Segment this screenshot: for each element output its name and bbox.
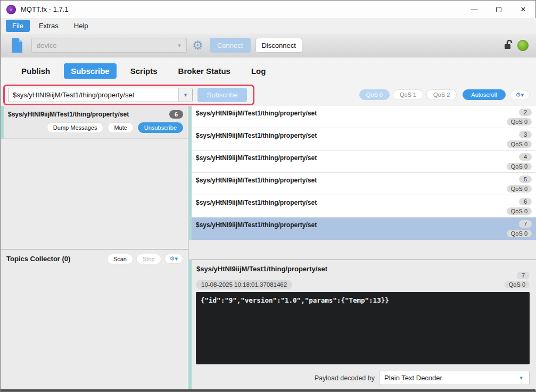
subscription-card[interactable]: $sys/yHtNI9iijM/Test1/thing/property/set…: [1, 106, 188, 139]
unlock-icon: [502, 39, 514, 51]
message-detail-panel: $sys/yHtNI9iijM/Test1/thing/property/set…: [189, 260, 536, 390]
collector-settings-button[interactable]: ⚙▾: [164, 254, 183, 264]
chevron-down-icon: ▾: [172, 42, 186, 49]
detail-timestamp: 10-08-2025 10:18:01.37081462: [196, 280, 292, 289]
disconnect-button[interactable]: Disconnect: [255, 38, 302, 53]
content-area: $sys/yHtNI9iijM/Test1/thing/property/set…: [1, 106, 536, 390]
connection-profile-select[interactable]: device ▾: [31, 38, 187, 53]
decoder-select[interactable]: Plain Text Decoder ▾: [379, 371, 530, 385]
topic-input-value: $sys/yHtNI9iijM/Test1/thing/property/set: [9, 88, 178, 102]
tabbar: Publish Subscribe Scripts Broker Status …: [1, 57, 536, 85]
unsubscribe-button[interactable]: Unsubscribe: [138, 122, 183, 133]
qos0-button[interactable]: QoS 0: [359, 89, 390, 100]
message-topic: $sys/yHtNI9iijM/Test1/thing/property/set: [196, 199, 317, 206]
message-count-badge: 6: [169, 110, 183, 119]
detail-qos-badge: QoS 0: [505, 281, 530, 288]
message-row[interactable]: $sys/yHtNI9iijM/Test1/thing/property/set…: [192, 195, 536, 218]
topic-dropdown-icon[interactable]: ▾: [178, 88, 192, 102]
chevron-down-icon: ▾: [521, 91, 524, 98]
app-window: MQTT.fx - 1.7.1 — ✕ File Extras Help dev…: [0, 0, 536, 392]
topic-input[interactable]: $sys/yHtNI9iijM/Test1/thing/property/set…: [8, 88, 193, 102]
message-id-badge: 4: [519, 153, 532, 161]
close-button[interactable]: ✕: [511, 1, 535, 18]
message-row[interactable]: $sys/yHtNI9iijM/Test1/thing/property/set…: [192, 218, 536, 240]
maximize-icon: [496, 7, 501, 12]
subscriptions-panel: $sys/yHtNI9iijM/Test1/thing/property/set…: [1, 106, 188, 390]
message-topic: $sys/yHtNI9iijM/Test1/thing/property/set: [196, 221, 317, 229]
chevron-down-icon: ▾: [175, 255, 178, 262]
subscription-topic: $sys/yHtNI9iijM/Test1/thing/property/set: [8, 111, 169, 118]
scan-button[interactable]: Scan: [107, 254, 133, 264]
minimize-button[interactable]: —: [462, 1, 486, 18]
menu-file[interactable]: File: [6, 20, 30, 32]
detail-topic: $sys/yHtNI9iijM/Test1/thing/property/set: [196, 265, 327, 273]
tab-subscribe[interactable]: Subscribe: [64, 63, 117, 79]
message-row[interactable]: $sys/yHtNI9iijM/Test1/thing/property/set…: [192, 106, 536, 128]
decoder-value: Plain Text Decoder: [380, 374, 513, 382]
message-qos-badge: QoS 0: [507, 118, 532, 126]
message-topic: $sys/yHtNI9iijM/Test1/thing/property/set: [196, 132, 317, 139]
messages-panel: $sys/yHtNI9iijM/Test1/thing/property/set…: [189, 106, 536, 390]
dump-messages-button[interactable]: Dump Messages: [47, 122, 104, 133]
app-logo-icon: [6, 5, 16, 14]
window-controls: — ✕: [462, 1, 535, 18]
window-title: MQTT.fx - 1.7.1: [21, 5, 69, 13]
new-profile-icon[interactable]: [11, 38, 23, 53]
gear-icon: ⚙: [516, 91, 521, 98]
message-qos-badge: QoS 0: [507, 185, 532, 193]
subscribe-bar: $sys/yHtNI9iijM/Test1/thing/property/set…: [1, 85, 536, 106]
menubar: File Extras Help: [1, 18, 536, 34]
qos2-button[interactable]: QoS 2: [426, 89, 457, 100]
message-id-badge: 2: [519, 109, 532, 116]
message-id-badge: 6: [519, 198, 532, 205]
message-qos-badge: QoS 0: [507, 140, 532, 148]
autoscroll-button[interactable]: Autoscroll: [463, 89, 505, 100]
window-bottom-edge: [1, 389, 535, 391]
topics-collector-title: Topics Collector (0): [6, 255, 107, 263]
message-topic: $sys/yHtNI9iijM/Test1/thing/property/set: [196, 154, 317, 162]
subscribe-button[interactable]: Subscribe: [197, 88, 247, 102]
tab-scripts[interactable]: Scripts: [123, 63, 164, 79]
tab-publish[interactable]: Publish: [14, 63, 57, 79]
message-row[interactable]: $sys/yHtNI9iijM/Test1/thing/property/set…: [192, 128, 536, 151]
message-topic: $sys/yHtNI9iijM/Test1/thing/property/set: [196, 110, 317, 117]
decoder-label: Payload decoded by: [315, 374, 375, 382]
profile-value: device: [32, 41, 172, 49]
message-id-badge: 7: [519, 220, 532, 228]
menu-help[interactable]: Help: [68, 20, 95, 32]
decoder-row: Payload decoded by Plain Text Decoder ▾: [315, 371, 530, 385]
payload-viewer[interactable]: {"id":"9","version":"1.0","params":{"Tem…: [196, 292, 530, 364]
maximize-button[interactable]: [486, 1, 511, 18]
toolbar: device ▾ ⚙ Connect Disconnect: [1, 34, 536, 57]
titlebar: MQTT.fx - 1.7.1 — ✕: [1, 1, 535, 18]
mute-button[interactable]: Mute: [108, 122, 133, 133]
message-qos-badge: QoS 0: [507, 230, 532, 237]
message-qos-badge: QoS 0: [507, 207, 532, 215]
minimize-icon: —: [471, 5, 478, 13]
close-icon: ✕: [521, 5, 526, 13]
subscribe-settings-button[interactable]: ⚙▾: [510, 90, 530, 100]
settings-gear-icon[interactable]: ⚙: [192, 39, 203, 52]
connect-button[interactable]: Connect: [210, 38, 251, 53]
tab-log[interactable]: Log: [244, 63, 273, 79]
qos1-button[interactable]: QoS 1: [393, 89, 423, 100]
tab-broker-status[interactable]: Broker Status: [171, 63, 237, 79]
toolbar-status: [502, 39, 529, 51]
connection-status-indicator: [517, 40, 529, 51]
message-id-badge: 3: [519, 131, 532, 138]
message-id-badge: 5: [519, 176, 532, 183]
message-row[interactable]: $sys/yHtNI9iijM/Test1/thing/property/set…: [192, 151, 536, 173]
chevron-down-icon: ▾: [513, 374, 529, 381]
message-topic: $sys/yHtNI9iijM/Test1/thing/property/set: [196, 177, 317, 184]
topics-collector-bar: Topics Collector (0) Scan Stop ⚙▾: [1, 249, 188, 268]
detail-id-badge: 7: [517, 272, 530, 279]
message-qos-badge: QoS 0: [507, 163, 532, 170]
menu-extras[interactable]: Extras: [32, 20, 65, 32]
message-list: $sys/yHtNI9iijM/Test1/thing/property/set…: [189, 106, 536, 240]
stop-button[interactable]: Stop: [136, 254, 161, 264]
gear-icon: ⚙: [170, 255, 175, 262]
message-row[interactable]: $sys/yHtNI9iijM/Test1/thing/property/set…: [192, 173, 536, 195]
subscribe-options: QoS 0 QoS 1 QoS 2 Autoscroll ⚙▾: [359, 89, 530, 100]
